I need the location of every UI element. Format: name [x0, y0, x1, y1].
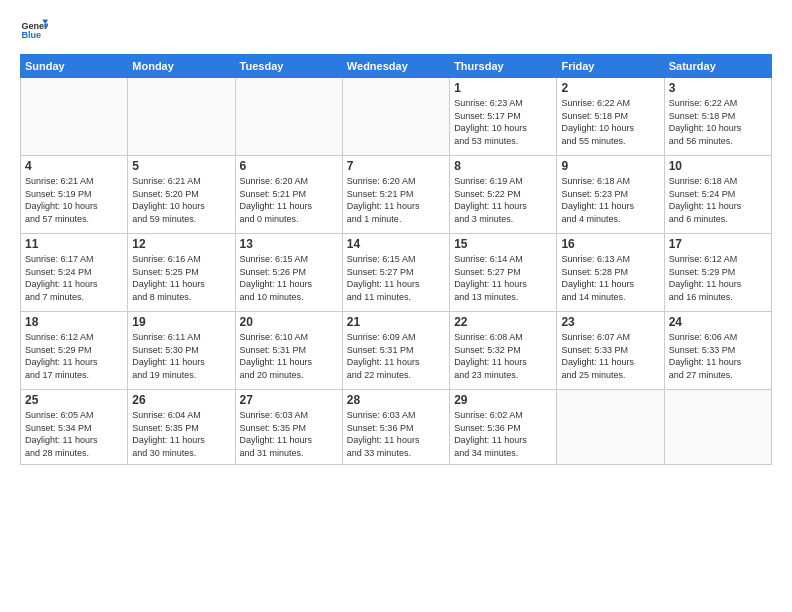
weekday-header-tuesday: Tuesday	[235, 55, 342, 78]
day-info: Sunrise: 6:06 AM Sunset: 5:33 PM Dayligh…	[669, 331, 767, 381]
day-info: Sunrise: 6:13 AM Sunset: 5:28 PM Dayligh…	[561, 253, 659, 303]
calendar-cell: 15Sunrise: 6:14 AM Sunset: 5:27 PM Dayli…	[450, 234, 557, 312]
calendar-cell: 3Sunrise: 6:22 AM Sunset: 5:18 PM Daylig…	[664, 78, 771, 156]
week-row-1: 4Sunrise: 6:21 AM Sunset: 5:19 PM Daylig…	[21, 156, 772, 234]
day-number: 6	[240, 159, 338, 173]
calendar-cell: 13Sunrise: 6:15 AM Sunset: 5:26 PM Dayli…	[235, 234, 342, 312]
calendar-cell: 4Sunrise: 6:21 AM Sunset: 5:19 PM Daylig…	[21, 156, 128, 234]
day-number: 7	[347, 159, 445, 173]
calendar-cell: 28Sunrise: 6:03 AM Sunset: 5:36 PM Dayli…	[342, 390, 449, 465]
day-info: Sunrise: 6:19 AM Sunset: 5:22 PM Dayligh…	[454, 175, 552, 225]
day-info: Sunrise: 6:12 AM Sunset: 5:29 PM Dayligh…	[25, 331, 123, 381]
calendar-cell	[557, 390, 664, 465]
day-number: 18	[25, 315, 123, 329]
calendar-cell: 8Sunrise: 6:19 AM Sunset: 5:22 PM Daylig…	[450, 156, 557, 234]
day-number: 23	[561, 315, 659, 329]
day-info: Sunrise: 6:17 AM Sunset: 5:24 PM Dayligh…	[25, 253, 123, 303]
calendar-cell	[21, 78, 128, 156]
day-info: Sunrise: 6:14 AM Sunset: 5:27 PM Dayligh…	[454, 253, 552, 303]
day-info: Sunrise: 6:16 AM Sunset: 5:25 PM Dayligh…	[132, 253, 230, 303]
weekday-header-wednesday: Wednesday	[342, 55, 449, 78]
day-number: 14	[347, 237, 445, 251]
calendar-cell: 7Sunrise: 6:20 AM Sunset: 5:21 PM Daylig…	[342, 156, 449, 234]
calendar-cell: 18Sunrise: 6:12 AM Sunset: 5:29 PM Dayli…	[21, 312, 128, 390]
day-info: Sunrise: 6:18 AM Sunset: 5:23 PM Dayligh…	[561, 175, 659, 225]
day-info: Sunrise: 6:15 AM Sunset: 5:26 PM Dayligh…	[240, 253, 338, 303]
day-info: Sunrise: 6:03 AM Sunset: 5:35 PM Dayligh…	[240, 409, 338, 459]
week-row-4: 25Sunrise: 6:05 AM Sunset: 5:34 PM Dayli…	[21, 390, 772, 465]
day-info: Sunrise: 6:04 AM Sunset: 5:35 PM Dayligh…	[132, 409, 230, 459]
day-number: 28	[347, 393, 445, 407]
weekday-header-sunday: Sunday	[21, 55, 128, 78]
week-row-2: 11Sunrise: 6:17 AM Sunset: 5:24 PM Dayli…	[21, 234, 772, 312]
day-number: 17	[669, 237, 767, 251]
day-info: Sunrise: 6:10 AM Sunset: 5:31 PM Dayligh…	[240, 331, 338, 381]
weekday-header-saturday: Saturday	[664, 55, 771, 78]
calendar-cell: 25Sunrise: 6:05 AM Sunset: 5:34 PM Dayli…	[21, 390, 128, 465]
day-info: Sunrise: 6:22 AM Sunset: 5:18 PM Dayligh…	[669, 97, 767, 147]
calendar-cell: 19Sunrise: 6:11 AM Sunset: 5:30 PM Dayli…	[128, 312, 235, 390]
day-info: Sunrise: 6:07 AM Sunset: 5:33 PM Dayligh…	[561, 331, 659, 381]
calendar-cell: 17Sunrise: 6:12 AM Sunset: 5:29 PM Dayli…	[664, 234, 771, 312]
calendar-cell: 14Sunrise: 6:15 AM Sunset: 5:27 PM Dayli…	[342, 234, 449, 312]
calendar-cell: 12Sunrise: 6:16 AM Sunset: 5:25 PM Dayli…	[128, 234, 235, 312]
day-info: Sunrise: 6:03 AM Sunset: 5:36 PM Dayligh…	[347, 409, 445, 459]
logo: General Blue	[20, 16, 52, 44]
weekday-header-friday: Friday	[557, 55, 664, 78]
calendar-cell: 1Sunrise: 6:23 AM Sunset: 5:17 PM Daylig…	[450, 78, 557, 156]
calendar-cell: 5Sunrise: 6:21 AM Sunset: 5:20 PM Daylig…	[128, 156, 235, 234]
day-number: 2	[561, 81, 659, 95]
calendar-cell: 2Sunrise: 6:22 AM Sunset: 5:18 PM Daylig…	[557, 78, 664, 156]
calendar-cell: 23Sunrise: 6:07 AM Sunset: 5:33 PM Dayli…	[557, 312, 664, 390]
calendar-cell: 11Sunrise: 6:17 AM Sunset: 5:24 PM Dayli…	[21, 234, 128, 312]
calendar-cell: 26Sunrise: 6:04 AM Sunset: 5:35 PM Dayli…	[128, 390, 235, 465]
svg-text:Blue: Blue	[21, 30, 41, 40]
calendar-cell: 10Sunrise: 6:18 AM Sunset: 5:24 PM Dayli…	[664, 156, 771, 234]
day-info: Sunrise: 6:02 AM Sunset: 5:36 PM Dayligh…	[454, 409, 552, 459]
day-number: 20	[240, 315, 338, 329]
day-number: 25	[25, 393, 123, 407]
day-number: 21	[347, 315, 445, 329]
day-number: 24	[669, 315, 767, 329]
calendar-cell: 21Sunrise: 6:09 AM Sunset: 5:31 PM Dayli…	[342, 312, 449, 390]
calendar-cell: 22Sunrise: 6:08 AM Sunset: 5:32 PM Dayli…	[450, 312, 557, 390]
day-info: Sunrise: 6:09 AM Sunset: 5:31 PM Dayligh…	[347, 331, 445, 381]
day-info: Sunrise: 6:21 AM Sunset: 5:19 PM Dayligh…	[25, 175, 123, 225]
day-number: 27	[240, 393, 338, 407]
calendar-cell	[128, 78, 235, 156]
calendar-cell	[664, 390, 771, 465]
day-number: 9	[561, 159, 659, 173]
calendar-cell: 29Sunrise: 6:02 AM Sunset: 5:36 PM Dayli…	[450, 390, 557, 465]
day-number: 1	[454, 81, 552, 95]
day-number: 3	[669, 81, 767, 95]
day-info: Sunrise: 6:18 AM Sunset: 5:24 PM Dayligh…	[669, 175, 767, 225]
calendar-cell	[235, 78, 342, 156]
day-number: 26	[132, 393, 230, 407]
week-row-0: 1Sunrise: 6:23 AM Sunset: 5:17 PM Daylig…	[21, 78, 772, 156]
weekday-header-thursday: Thursday	[450, 55, 557, 78]
weekday-header-row: SundayMondayTuesdayWednesdayThursdayFrid…	[21, 55, 772, 78]
day-info: Sunrise: 6:05 AM Sunset: 5:34 PM Dayligh…	[25, 409, 123, 459]
day-info: Sunrise: 6:22 AM Sunset: 5:18 PM Dayligh…	[561, 97, 659, 147]
day-info: Sunrise: 6:20 AM Sunset: 5:21 PM Dayligh…	[347, 175, 445, 225]
calendar-cell: 16Sunrise: 6:13 AM Sunset: 5:28 PM Dayli…	[557, 234, 664, 312]
week-row-3: 18Sunrise: 6:12 AM Sunset: 5:29 PM Dayli…	[21, 312, 772, 390]
day-number: 13	[240, 237, 338, 251]
day-number: 19	[132, 315, 230, 329]
day-number: 11	[25, 237, 123, 251]
day-number: 12	[132, 237, 230, 251]
day-info: Sunrise: 6:08 AM Sunset: 5:32 PM Dayligh…	[454, 331, 552, 381]
calendar-cell	[342, 78, 449, 156]
day-number: 8	[454, 159, 552, 173]
day-info: Sunrise: 6:11 AM Sunset: 5:30 PM Dayligh…	[132, 331, 230, 381]
day-info: Sunrise: 6:12 AM Sunset: 5:29 PM Dayligh…	[669, 253, 767, 303]
header: General Blue	[20, 16, 772, 44]
day-number: 16	[561, 237, 659, 251]
calendar-cell: 24Sunrise: 6:06 AM Sunset: 5:33 PM Dayli…	[664, 312, 771, 390]
day-number: 5	[132, 159, 230, 173]
day-info: Sunrise: 6:20 AM Sunset: 5:21 PM Dayligh…	[240, 175, 338, 225]
calendar-cell: 9Sunrise: 6:18 AM Sunset: 5:23 PM Daylig…	[557, 156, 664, 234]
calendar-cell: 27Sunrise: 6:03 AM Sunset: 5:35 PM Dayli…	[235, 390, 342, 465]
weekday-header-monday: Monday	[128, 55, 235, 78]
calendar-cell: 6Sunrise: 6:20 AM Sunset: 5:21 PM Daylig…	[235, 156, 342, 234]
